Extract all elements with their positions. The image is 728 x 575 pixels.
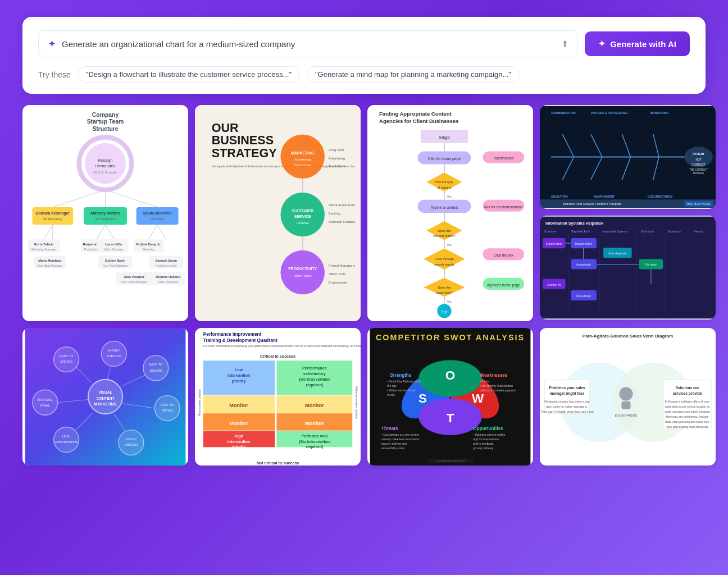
svg-text:HIGHLY: HIGHLY	[125, 437, 137, 441]
svg-text:Monitor: Monitor	[305, 403, 324, 408]
card-business-strategy[interactable]: OUR BUSINESS STRATEGY Once goals and obj…	[195, 105, 361, 321]
svg-line-8	[53, 190, 106, 207]
svg-text:the day: the day	[387, 384, 397, 387]
main-container: ✦ ⬆ ✦ Generate with AI Try these "Design…	[0, 0, 728, 477]
svg-text:DOCUMENTATION: DOCUMENTATION	[648, 195, 672, 198]
svg-text:Boris Yeltsin: Boris Yeltsin	[34, 243, 54, 246]
svg-text:S: S	[418, 391, 427, 405]
svg-text:Threats: Threats	[381, 426, 398, 431]
svg-text:Pain-Agitate-Solution Sales Ve: Pain-Agitate-Solution Sales Venn Diagram	[583, 334, 673, 339]
svg-text:intervention: intervention	[228, 373, 251, 378]
svg-text:Asst Mktg Manager: Asst Mktg Manager	[37, 264, 62, 267]
svg-text:(No intervention: (No intervention	[299, 440, 330, 444]
svg-text:• Can operate at a low to time: • Can operate at a low to time	[381, 433, 419, 436]
card-fishbone[interactable]: COMMUNICATION POLICIES & PROCEDURES MONI…	[540, 105, 716, 209]
card-venn[interactable]: Pain-Agitate-Solution Sales Venn Diagram…	[540, 328, 716, 466]
svg-line-10	[106, 190, 158, 207]
svg-text:CEO & Founder: CEO & Founder	[93, 170, 117, 174]
card-helpdesk[interactable]: Information Systems Helpdesk Customer He…	[540, 216, 716, 320]
svg-text:Ask for recommendation: Ask for recommendation	[484, 205, 523, 209]
svg-text:Strengths: Strengths	[390, 373, 412, 378]
svg-text:Yes: Yes	[447, 195, 452, 198]
svg-text:MARKETING: MARKETING	[291, 151, 315, 155]
svg-text:NOT: NOT	[695, 158, 702, 161]
svg-line-22	[97, 225, 106, 239]
svg-text:Outreach Campaign: Outreach Campaign	[329, 220, 355, 223]
svg-text:Track Drive: Track Drive	[329, 165, 345, 168]
svg-text:Fix issue: Fix issue	[645, 263, 657, 266]
svg-text:Does the: Does the	[438, 286, 451, 289]
svg-text:Performance: Performance	[302, 366, 327, 371]
gallery-row-2: VISUAL CONTENT MARKETING EASY TO CREATE …	[22, 328, 706, 466]
svg-text:Monitor: Monitor	[229, 403, 248, 408]
svg-text:content match?: content match?	[433, 234, 456, 238]
svg-point-58	[280, 135, 325, 179]
gallery: Company Startup Team Structure Rosalyn H…	[22, 105, 706, 466]
svg-text:Sales Manager: Sales Manager	[104, 248, 124, 251]
svg-text:Weaknesses: Weaknesses	[480, 373, 508, 378]
card-org-chart[interactable]: Company Startup Team Structure Rosalyn H…	[22, 105, 188, 321]
svg-text:Yes: Yes	[447, 243, 452, 247]
svg-text:VISUAL: VISUAL	[98, 390, 112, 394]
search-input[interactable]	[62, 39, 556, 49]
svg-text:Supervisor: Supervisor	[667, 230, 681, 233]
svg-text:pain point for sales managers.: pain point for sales managers.	[546, 405, 588, 408]
svg-text:E-Shopper's software offers al: E-Shopper's software offers all your	[665, 400, 710, 403]
svg-rect-216	[203, 360, 275, 395]
suggestion-chip-2[interactable]: "Generate a mind map for planning a mark…	[307, 66, 520, 83]
svg-line-25	[157, 225, 166, 239]
svg-text:Solutions our: Solutions our	[675, 386, 699, 390]
svg-text:O: O	[445, 368, 455, 382]
svg-text:manager might face: manager might face	[550, 391, 585, 396]
svg-text:priority: priority	[232, 379, 246, 384]
svg-text:and to feedback: and to feedback	[473, 442, 494, 445]
svg-text:Review ticket: Review ticket	[575, 242, 592, 245]
svg-rect-147	[540, 217, 716, 319]
svg-text:E-SHOPPERS: E-SHOPPERS	[615, 414, 638, 417]
svg-text:Has the type: Has the type	[435, 180, 453, 184]
card-mindmap[interactable]: VISUAL CONTENT MARKETING EASY TO CREATE …	[22, 328, 188, 466]
svg-text:search results: search results	[434, 263, 454, 266]
svg-text:Automated Systems: Automated Systems	[602, 230, 628, 233]
svg-text:Performs well: Performs well	[301, 434, 327, 439]
svg-text:PATIENT: PATIENT	[693, 152, 705, 156]
svg-text:PROFESS-: PROFESS-	[37, 398, 53, 401]
svg-point-203	[54, 427, 79, 453]
svg-text:• Easily make less to increase: • Easily make less to increase	[381, 437, 420, 441]
svg-text:Samuel Jaxon: Samuel Jaxon	[155, 259, 177, 262]
svg-text:grocery delivery: grocery delivery	[473, 446, 493, 450]
svg-text:Client's home page: Client's home page	[428, 157, 461, 161]
try-label: Try these	[38, 70, 71, 79]
card-quadrant[interactable]: Performance Improvement Training & Devel…	[195, 328, 361, 466]
card-swot[interactable]: COMPETITOR SWOT ANALYSIS S W T O	[367, 328, 533, 466]
svg-text:T: T	[447, 411, 454, 425]
gallery-row-1: Company Startup Team Structure Rosalyn H…	[22, 105, 706, 321]
svg-text:HIGH: HIGH	[62, 435, 70, 438]
suggestion-chip-1[interactable]: "Design a flowchart to illustrate the cu…	[78, 66, 300, 83]
upload-icon[interactable]: ⬆	[561, 39, 568, 49]
svg-text:POPULAR: POPULAR	[106, 354, 121, 358]
generate-sparkle-icon: ✦	[598, 39, 606, 49]
svg-text:Asst Prod Manager: Asst Prod Manager	[103, 264, 128, 267]
svg-text:EASY TO: EASY TO	[149, 363, 163, 366]
svg-text:satisfactory: satisfactory	[303, 372, 326, 376]
svg-text:Finding Appropriate Content: Finding Appropriate Content	[379, 111, 452, 117]
svg-text:Advertising: Advertising	[329, 157, 345, 160]
card-flowchart[interactable]: Finding Appropriate Content Agencies for…	[367, 105, 533, 321]
svg-text:COMMUNICATION: COMMUNICATION	[551, 111, 576, 115]
svg-text:EDUCATION: EDUCATION	[551, 195, 568, 198]
svg-text:Click the link: Click the link	[494, 253, 514, 257]
svg-text:trucks: trucks	[387, 393, 395, 396]
svg-text:Critical to success: Critical to success	[260, 354, 295, 359]
svg-text:Confirm fix: Confirm fix	[547, 283, 561, 286]
svg-text:grocery delivery and: grocery delivery and	[381, 442, 407, 445]
svg-text:sales managers can easily inte: sales managers can easily integrate	[665, 410, 709, 413]
strategy-inner: OUR BUSINESS STRATEGY Once goals and obj…	[195, 105, 361, 321]
svg-text:Thomas Holland: Thomas Holland	[156, 275, 181, 279]
svg-text:HIGHLY: HIGHLY	[108, 349, 120, 352]
svg-text:data, stop guessing and make s: data, stop guessing and make sure	[665, 420, 709, 423]
search-input-wrapper[interactable]: ✦ ⬆	[38, 30, 578, 57]
generate-button[interactable]: ✦ Generate with AI	[585, 31, 690, 56]
svg-text:of content: of content	[437, 186, 452, 189]
svg-text:Rosalyn: Rosalyn	[98, 158, 112, 163]
